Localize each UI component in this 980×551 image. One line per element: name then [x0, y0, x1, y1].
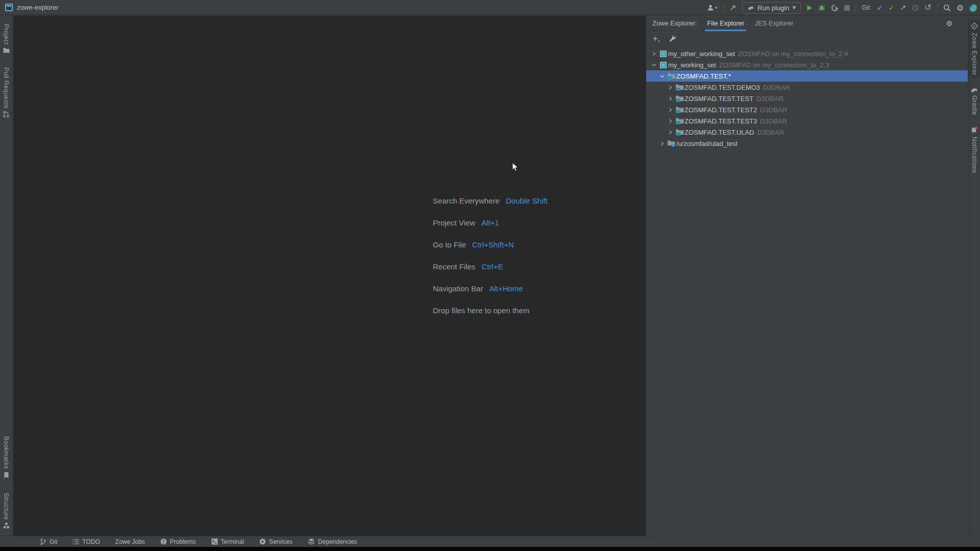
- tab-file-explorer[interactable]: File Explorer: [707, 16, 744, 31]
- statusbar-label: Problems: [170, 538, 196, 545]
- statusbar-item-zowe-jobs[interactable]: Zowe Jobs: [115, 538, 145, 545]
- svg-text:DS: DS: [676, 132, 680, 135]
- structure-icon: [3, 522, 10, 529]
- history-icon[interactable]: [912, 4, 919, 11]
- services-icon: [259, 538, 266, 545]
- bell-icon: [970, 127, 978, 134]
- stripe-label: Project: [3, 24, 10, 45]
- debug-icon[interactable]: [818, 4, 825, 11]
- statusbar-label: Dependencies: [318, 538, 357, 545]
- bottom-strip: [0, 547, 980, 551]
- statusbar-item-todo[interactable]: TODO: [72, 538, 100, 545]
- panel-toolbar: +▾: [646, 31, 968, 46]
- sidebar-item-zowe-explorer[interactable]: Z Zowe Explorer: [968, 20, 980, 78]
- panel-title: Zowe Explorer:: [652, 19, 697, 27]
- chevron-down-icon[interactable]: [658, 74, 666, 79]
- wrench-icon[interactable]: [669, 35, 676, 42]
- tree-label: ZOSMFAD.TEST.TEST3: [684, 117, 757, 125]
- app-window-icon: [5, 4, 13, 11]
- tree-row-dataset[interactable]: DS ZOSMFAD.TEST.DEMO3 D3DBAR: [646, 82, 968, 93]
- settings-gear-icon[interactable]: ⚙: [957, 3, 964, 13]
- chevron-right-icon[interactable]: [658, 141, 666, 146]
- undo-icon[interactable]: ↺: [924, 4, 931, 12]
- sidebar-item-structure[interactable]: Structure: [3, 491, 10, 531]
- stripe-label: Bookmarks: [3, 436, 10, 469]
- dataset-folder-icon: DS: [674, 117, 684, 124]
- tree-suffix: ZOSMFAD on my_connection_to_2.3: [719, 61, 829, 69]
- build-hammer-icon[interactable]: [729, 4, 737, 12]
- gradle-icon: [747, 5, 754, 11]
- profiler-icon[interactable]: [831, 4, 839, 12]
- svg-text:DS: DS: [676, 121, 680, 124]
- git-push-icon[interactable]: ↗: [900, 4, 906, 11]
- statusbar-label: Zowe Jobs: [115, 538, 145, 545]
- run-configuration-dropdown[interactable]: Run plugin ▼: [742, 2, 801, 14]
- sidebar-item-notifications[interactable]: Notifications: [970, 124, 978, 176]
- dataset-tree: my_other_working_set ZOSMFAD on my_conne…: [646, 48, 968, 149]
- chevron-right-icon[interactable]: [650, 52, 658, 56]
- chevron-right-icon[interactable]: [666, 130, 674, 135]
- tree-label: /u/zosmfad/ulad_test: [676, 140, 738, 147]
- tab-jes-explorer[interactable]: JES Explorer: [754, 16, 793, 31]
- profile-sphere-icon[interactable]: [969, 4, 977, 12]
- panel-header: Zowe Explorer: File Explorer JES Explore…: [646, 16, 968, 31]
- svg-text:DS: DS: [676, 87, 680, 90]
- search-everywhere-icon[interactable]: [943, 4, 951, 12]
- chevron-right-icon[interactable]: [666, 96, 674, 101]
- chevron-right-icon[interactable]: [666, 119, 674, 123]
- tree-row-uss-path[interactable]: /u/zosmfad/ulad_test: [646, 138, 968, 149]
- chevron-down-icon: ▾: [715, 5, 718, 10]
- tree-row-dataset[interactable]: DS ZOSMFAD.TEST.TEST2 D3DBAR: [646, 104, 968, 115]
- statusbar-label: TODO: [82, 538, 100, 545]
- statusbar-item-terminal[interactable]: Terminal: [211, 538, 244, 545]
- stop-icon[interactable]: [844, 5, 850, 11]
- chevron-right-icon[interactable]: [666, 85, 674, 90]
- git-update-icon[interactable]: ↙: [877, 4, 883, 11]
- git-commit-icon[interactable]: ✓: [889, 4, 895, 11]
- sidebar-item-project[interactable]: Project: [3, 22, 10, 55]
- statusbar-item-dependencies[interactable]: Dependencies: [308, 538, 357, 545]
- gradle-icon: [970, 87, 978, 93]
- editor-empty-area: Search Everywhere Double Shift Project V…: [13, 16, 646, 536]
- tree-row-dataset[interactable]: DS ZOSMFAD.TEST.TEST3 D3DBAR: [646, 115, 968, 127]
- statusbar-item-git[interactable]: Git: [40, 538, 57, 545]
- statusbar-item-services[interactable]: Services: [259, 538, 292, 545]
- shortcut-hint-row: Drop files here to open them: [433, 299, 548, 321]
- user-icon[interactable]: ▾: [707, 4, 718, 11]
- sidebar-item-gradle[interactable]: Gradle: [970, 85, 978, 117]
- run-icon[interactable]: [806, 5, 813, 11]
- tree-row-my-other-working-set[interactable]: my_other_working_set ZOSMFAD on my_conne…: [646, 48, 968, 59]
- stripe-label: Notifications: [971, 137, 978, 173]
- editor-shortcut-hints: Search Everywhere Double Shift Project V…: [433, 190, 548, 321]
- tree-label: ZOSMFAD.TEST.TEST: [684, 95, 753, 103]
- shortcut-action-label: Drop files here to open them: [433, 306, 529, 315]
- dataset-folder-icon: DS: [674, 84, 684, 91]
- run-configuration-label: Run plugin: [757, 4, 789, 12]
- svg-text:DS: DS: [668, 76, 672, 79]
- statusbar-label: Terminal: [221, 538, 244, 545]
- stripe-label: Gradle: [971, 95, 978, 115]
- add-icon[interactable]: +▾: [653, 34, 660, 43]
- mouse-cursor: [512, 162, 519, 172]
- sidebar-item-bookmarks[interactable]: Bookmarks: [3, 434, 10, 481]
- chevron-down-icon[interactable]: [650, 63, 658, 67]
- left-tool-stripe: Project Pull Requests Bookmarks Structur…: [0, 16, 13, 536]
- statusbar-item-problems[interactable]: Problems: [160, 538, 196, 545]
- shortcut-action-label: Recent Files: [433, 262, 475, 271]
- tree-row-dataset[interactable]: DS ZOSMFAD.TEST.TEST D3DBAR: [646, 93, 968, 104]
- panel-settings-gear-icon[interactable]: ⚙: [946, 19, 952, 28]
- shortcut-action-label: Search Everywhere: [433, 196, 500, 205]
- folder-icon: [3, 47, 10, 53]
- sidebar-item-pull-requests[interactable]: Pull Requests: [3, 65, 10, 120]
- chevron-right-icon[interactable]: [666, 108, 674, 112]
- right-tool-stripe: Z Zowe Explorer Gradle Notifications: [968, 16, 980, 536]
- tree-row-dataset-mask[interactable]: DS ZOSMFAD.TEST.*: [646, 70, 968, 82]
- tree-row-my-working-set[interactable]: my_working_set ZOSMFAD on my_connection_…: [646, 59, 968, 70]
- main-toolbar: ▾ Run plugin ▼ Git: ↙ ✓ ↗ ↺: [707, 0, 977, 15]
- git-branch-icon: [40, 538, 46, 545]
- tree-label: my_other_working_set: [668, 50, 735, 58]
- problems-icon: [160, 538, 167, 545]
- stripe-label: Structure: [3, 493, 10, 520]
- tree-suffix: D3DBAR: [760, 117, 787, 125]
- tree-row-dataset[interactable]: DS ZOSMFAD.TEST.ULAD D3DBAR: [646, 127, 968, 138]
